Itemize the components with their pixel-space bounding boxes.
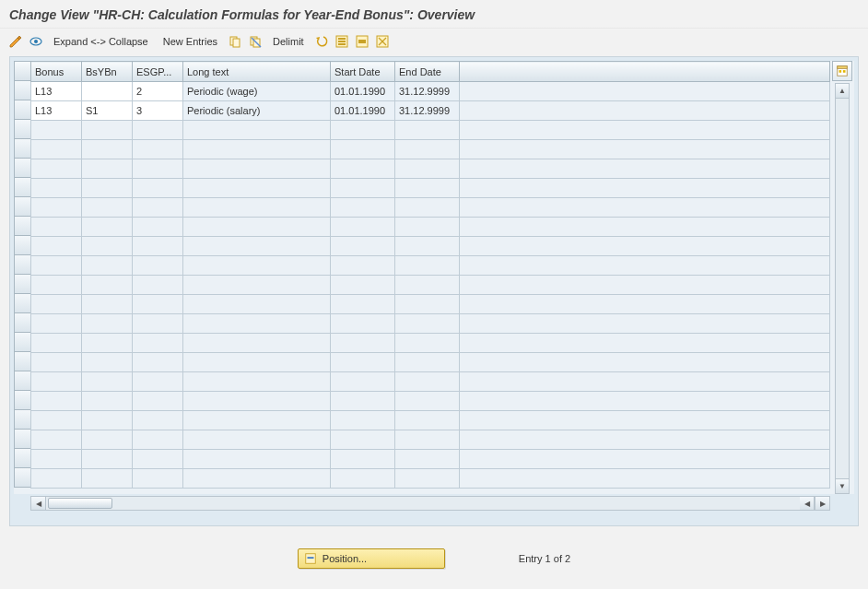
empty-cell[interactable] <box>460 121 830 140</box>
col-start-date[interactable]: Start Date <box>331 62 395 82</box>
empty-cell[interactable] <box>82 372 133 392</box>
empty-cell[interactable] <box>460 295 830 314</box>
empty-cell[interactable] <box>183 256 331 276</box>
empty-cell[interactable] <box>395 295 460 314</box>
cell-end-date[interactable]: 31.12.9999 <box>395 101 460 121</box>
empty-cell[interactable] <box>133 372 183 392</box>
empty-cell[interactable] <box>133 469 183 489</box>
empty-cell[interactable] <box>460 353 830 372</box>
empty-cell[interactable] <box>460 159 830 179</box>
cell-esgp[interactable]: 2 <box>133 82 183 101</box>
empty-cell[interactable] <box>460 450 830 469</box>
empty-cell[interactable] <box>395 140 460 159</box>
empty-cell[interactable] <box>31 372 82 392</box>
empty-cell[interactable] <box>460 430 830 450</box>
table-row[interactable] <box>31 276 830 295</box>
display-change-toggle-icon[interactable] <box>7 33 24 50</box>
empty-cell[interactable] <box>133 121 183 140</box>
cell-bonus[interactable]: L13 <box>31 82 82 101</box>
cell-bsybn[interactable]: S1 <box>82 101 133 121</box>
empty-cell[interactable] <box>31 430 82 450</box>
row-selector[interactable] <box>14 371 30 391</box>
cell-long-text[interactable]: Periodic (salary) <box>183 101 331 121</box>
empty-cell[interactable] <box>331 392 395 411</box>
empty-cell[interactable] <box>183 353 331 372</box>
row-selector[interactable] <box>14 217 30 236</box>
vertical-scrollbar[interactable]: ▲ ▼ <box>835 83 850 494</box>
empty-cell[interactable] <box>133 411 183 430</box>
empty-cell[interactable] <box>331 469 395 489</box>
empty-cell[interactable] <box>31 198 82 218</box>
delimit-button[interactable]: Delimit <box>267 36 310 47</box>
empty-cell[interactable] <box>133 450 183 469</box>
empty-cell[interactable] <box>460 179 830 198</box>
empty-cell[interactable] <box>331 276 395 295</box>
empty-cell[interactable] <box>31 314 82 334</box>
row-selector[interactable] <box>14 313 30 333</box>
table-row[interactable] <box>31 237 830 256</box>
row-selector[interactable] <box>14 391 30 410</box>
table-row[interactable] <box>31 469 830 489</box>
row-selector[interactable] <box>14 81 30 100</box>
empty-cell[interactable] <box>395 430 460 450</box>
empty-cell[interactable] <box>331 334 395 353</box>
cell-start-date[interactable]: 01.01.1990 <box>331 82 395 101</box>
cell-esgp[interactable]: 3 <box>133 101 183 121</box>
empty-cell[interactable] <box>395 411 460 430</box>
empty-cell[interactable] <box>31 450 82 469</box>
other-view-icon[interactable] <box>28 33 44 50</box>
table-row[interactable] <box>31 392 830 411</box>
empty-cell[interactable] <box>395 334 460 353</box>
empty-cell[interactable] <box>183 276 331 295</box>
empty-cell[interactable] <box>82 314 133 334</box>
deselect-all-icon[interactable] <box>374 33 391 50</box>
empty-cell[interactable] <box>133 430 183 450</box>
select-block-icon[interactable] <box>354 33 370 50</box>
empty-cell[interactable] <box>331 237 395 256</box>
new-entries-button[interactable]: New Entries <box>158 36 223 47</box>
empty-cell[interactable] <box>82 256 133 276</box>
col-esgp[interactable]: ESGP... <box>133 62 183 82</box>
empty-cell[interactable] <box>183 314 331 334</box>
empty-cell[interactable] <box>133 276 183 295</box>
empty-cell[interactable] <box>331 198 395 218</box>
empty-cell[interactable] <box>331 179 395 198</box>
col-bsybn[interactable]: BsYBn <box>82 62 133 82</box>
undo-icon[interactable] <box>313 33 330 50</box>
empty-cell[interactable] <box>395 256 460 276</box>
empty-cell[interactable] <box>82 121 133 140</box>
empty-cell[interactable] <box>31 392 82 411</box>
empty-cell[interactable] <box>460 237 830 256</box>
empty-cell[interactable] <box>331 411 395 430</box>
empty-cell[interactable] <box>331 295 395 314</box>
empty-cell[interactable] <box>331 159 395 179</box>
table-row[interactable] <box>31 334 830 353</box>
empty-cell[interactable] <box>82 295 133 314</box>
table-row[interactable] <box>31 198 830 218</box>
delete-icon[interactable] <box>247 33 264 50</box>
cell-bonus[interactable]: L13 <box>31 101 82 121</box>
hscroll-thumb[interactable] <box>48 498 112 509</box>
empty-cell[interactable] <box>133 256 183 276</box>
table-row[interactable] <box>31 430 830 450</box>
empty-cell[interactable] <box>460 314 830 334</box>
row-selector[interactable] <box>14 236 30 255</box>
empty-cell[interactable] <box>395 392 460 411</box>
table-row[interactable] <box>31 140 830 159</box>
empty-cell[interactable] <box>183 295 331 314</box>
empty-cell[interactable] <box>133 179 183 198</box>
empty-cell[interactable] <box>183 469 331 489</box>
table-row[interactable] <box>31 179 830 198</box>
col-end-date[interactable]: End Date <box>395 62 460 82</box>
table-row[interactable] <box>31 121 830 140</box>
empty-cell[interactable] <box>31 140 82 159</box>
cell-end-date[interactable]: 31.12.9999 <box>395 82 460 101</box>
table-row[interactable]: L132Periodic (wage)01.01.199031.12.9999 <box>31 82 830 101</box>
empty-cell[interactable] <box>82 276 133 295</box>
empty-cell[interactable] <box>183 179 331 198</box>
empty-cell[interactable] <box>82 179 133 198</box>
empty-cell[interactable] <box>331 121 395 140</box>
empty-cell[interactable] <box>395 218 460 237</box>
scroll-right-icon[interactable]: ▶ <box>815 497 829 510</box>
empty-cell[interactable] <box>133 198 183 218</box>
